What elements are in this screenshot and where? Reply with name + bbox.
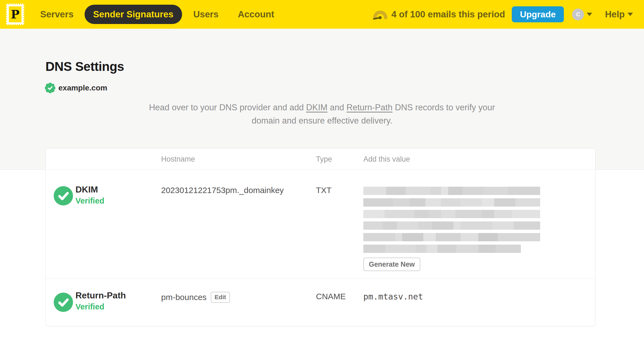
- record-value: pm.mtasv.net: [363, 292, 423, 301]
- verified-check-icon: [54, 186, 73, 205]
- upgrade-button[interactable]: Upgrade: [512, 6, 564, 22]
- record-status-badge: Verified: [75, 196, 104, 205]
- record-type: TXT: [316, 186, 332, 195]
- nav-item-account[interactable]: Account: [238, 9, 274, 20]
- column-header-value: Add this value: [363, 155, 410, 164]
- table-row-dkim: DKIM Verified 20230121221753pm._domainke…: [46, 170, 595, 279]
- help-menu[interactable]: Help: [605, 9, 625, 20]
- record-name: Return-Path: [75, 290, 126, 301]
- redacted-value-block: [363, 221, 540, 230]
- redacted-value-block: [363, 233, 540, 241]
- usage-gauge-icon: [373, 9, 388, 20]
- record-hostname: 20230121221753pm._domainkey: [161, 186, 284, 195]
- logo-letter: P: [11, 8, 20, 21]
- return-path-link[interactable]: Return-Path: [347, 103, 393, 112]
- redacted-value-block: [363, 210, 540, 218]
- record-hostname: pm-bounces: [161, 293, 207, 302]
- verified-seal-icon: [45, 83, 55, 93]
- usage-counter: 4 of 100 emails this period: [391, 9, 505, 20]
- column-header-hostname: Hostname: [161, 155, 195, 164]
- help-menu-caret-icon[interactable]: [627, 13, 633, 16]
- dns-settings-page: P Servers Sender Signatures Users Accoun…: [0, 0, 644, 337]
- column-header-type: Type: [316, 155, 332, 164]
- top-navbar: P Servers Sender Signatures Users Accoun…: [0, 0, 644, 29]
- record-hostname-group: pm-bounces Edit: [161, 292, 230, 303]
- nav-item-servers[interactable]: Servers: [40, 9, 74, 20]
- record-value-redacted: Generate New: [363, 187, 540, 271]
- description-text: Head over to your DNS provider and add: [149, 103, 306, 112]
- edit-button[interactable]: Edit: [211, 292, 230, 303]
- record-name: DKIM: [75, 184, 98, 195]
- nav-item-users[interactable]: Users: [193, 9, 219, 20]
- generate-new-button[interactable]: Generate New: [363, 258, 420, 271]
- postmark-stamp-icon: P: [9, 6, 21, 22]
- verified-check-icon: [54, 293, 73, 312]
- record-type: CNAME: [316, 292, 346, 301]
- domain-name: example.com: [58, 84, 107, 92]
- description-text: and: [328, 103, 347, 112]
- redacted-value-block: [363, 245, 521, 253]
- dkim-link[interactable]: DKIM: [306, 103, 328, 112]
- table-row-return-path: Return-Path Verified pm-bounces Edit CNA…: [46, 279, 595, 326]
- redacted-value-block: [363, 187, 540, 195]
- page-title: DNS Settings: [45, 59, 124, 74]
- table-header: Hostname Type Add this value: [46, 148, 595, 170]
- avatar[interactable]: C: [572, 9, 584, 20]
- domain-row: example.com: [45, 83, 107, 93]
- redacted-value-block: [363, 198, 540, 207]
- dns-records-card: Hostname Type Add this value DKIM Verifi…: [45, 148, 596, 326]
- account-menu-caret-icon[interactable]: [587, 13, 592, 16]
- navbar-right: 4 of 100 emails this period Upgrade C He…: [373, 6, 633, 22]
- record-status-badge: Verified: [75, 302, 104, 311]
- postmark-logo[interactable]: P: [6, 4, 24, 25]
- nav-item-sender-signatures[interactable]: Sender Signatures: [85, 5, 182, 24]
- page-description: Head over to your DNS provider and add D…: [146, 101, 498, 127]
